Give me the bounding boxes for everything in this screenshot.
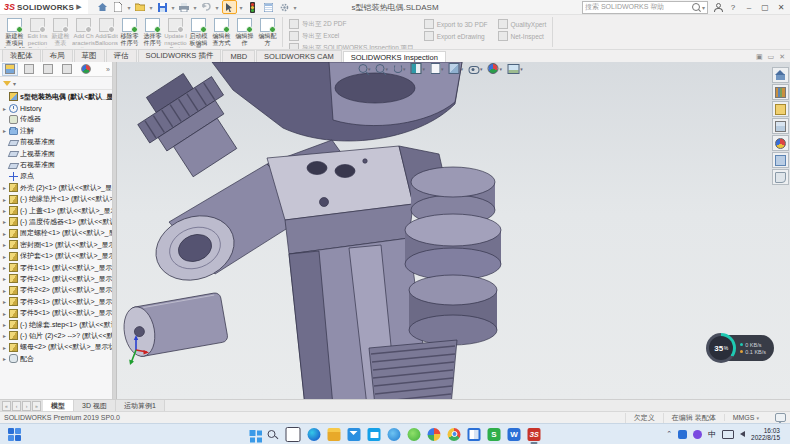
section-view-caret-icon[interactable]: ▾ xyxy=(423,66,426,72)
tab-草图[interactable]: 草图 xyxy=(74,49,105,62)
chrome-icon[interactable] xyxy=(448,428,461,441)
tree-item[interactable]: ▸零件2<1> (默认<<默认>_显示状态 xyxy=(2,273,112,284)
display-style-button[interactable]: ▾ xyxy=(449,63,464,74)
onedrive-tray-icon[interactable] xyxy=(678,430,687,439)
tree-item[interactable]: ▸螺母<2> (默认<<默认>_显示状态 xyxy=(2,342,112,353)
ime-indicator[interactable]: 中 xyxy=(708,429,716,440)
app-green-icon[interactable] xyxy=(408,428,421,441)
search-input[interactable]: 搜索 SOLIDWORKS 帮助 ▾ xyxy=(582,1,708,14)
expander-icon[interactable]: ▸ xyxy=(2,321,7,328)
tree-item[interactable]: 前视基准面 xyxy=(2,137,112,148)
undo-icon[interactable] xyxy=(200,1,213,13)
expander-icon[interactable]: ▸ xyxy=(2,241,7,248)
expander-icon[interactable]: ▸ xyxy=(2,184,7,191)
task-view-icon[interactable] xyxy=(286,427,301,442)
rebuild-traffic-light-icon[interactable] xyxy=(246,1,259,13)
select-cursor-icon[interactable] xyxy=(222,0,237,14)
home-icon[interactable] xyxy=(96,1,109,13)
widgets-icon[interactable] xyxy=(8,428,21,441)
expander-icon[interactable]: ▸ xyxy=(2,355,7,362)
previous-view-button[interactable]: ▾ xyxy=(393,64,406,73)
open-icon[interactable] xyxy=(134,1,147,13)
logo-flyout-icon[interactable]: ▶ xyxy=(76,3,81,11)
zoom-fit-caret-icon[interactable]: ▾ xyxy=(368,66,371,72)
annotations-button[interactable]: ▾ xyxy=(430,63,444,74)
search-icon[interactable] xyxy=(692,3,700,11)
scene-button[interactable]: ▾ xyxy=(507,63,523,74)
tab-display-manager[interactable] xyxy=(78,63,94,76)
section-view-button[interactable]: ▾ xyxy=(411,63,426,74)
tray-overflow-icon[interactable]: ⌃ xyxy=(666,430,672,438)
onedrive-icon[interactable] xyxy=(388,428,401,441)
options-gear-icon[interactable] xyxy=(278,1,291,13)
tab-last-icon[interactable]: » xyxy=(32,401,41,411)
tree-item[interactable]: ▸零件5<1> (默认<<默认>_显示状态 xyxy=(2,307,112,318)
taskpane-forum-button[interactable] xyxy=(772,169,789,185)
tab-评估[interactable]: 评估 xyxy=(106,49,137,62)
units-selector[interactable]: MMGS▾ xyxy=(724,414,767,421)
tree-item[interactable]: ▸(-) 上盖<1> (默认<<默认>_显示状 xyxy=(2,205,112,216)
tab-dimxpert[interactable] xyxy=(59,63,75,76)
expander-icon[interactable]: ▸ xyxy=(2,230,7,237)
tree-item[interactable]: ▸(-) 铂片 (2)<2> -->? (默认<<默认> xyxy=(2,330,112,341)
expander-icon[interactable]: ▸ xyxy=(2,196,7,203)
tab-next-icon[interactable]: › xyxy=(22,401,31,411)
tree-item[interactable]: ▸零件3<1> (默认<<默认>_显示状态 xyxy=(2,296,112,307)
minimize-button[interactable]: – xyxy=(744,3,754,12)
tab-first-icon[interactable]: « xyxy=(2,401,11,411)
tab-SOLIDWORKS CAM[interactable]: SOLIDWORKS CAM xyxy=(256,50,342,62)
tree-item[interactable]: ▸配合 xyxy=(2,353,112,364)
tree-item[interactable]: ▸零件2<2> (默认<<默认>_显示状态 xyxy=(2,285,112,296)
hide-show-items-button[interactable]: ▾ xyxy=(468,64,483,74)
expander-icon[interactable]: ▸ xyxy=(2,344,7,351)
app-wheel-icon[interactable] xyxy=(428,428,441,441)
tree-item[interactable]: 传感器 xyxy=(2,114,112,125)
appearances-caret-icon[interactable]: ▾ xyxy=(500,66,503,72)
wps-icon[interactable]: W xyxy=(508,428,521,441)
print-caret-icon[interactable]: ▾ xyxy=(194,4,197,11)
tree-item[interactable]: ▸固定螺栓<1> (默认<<默认>_显示状 xyxy=(2,228,112,239)
ribbon-button-6[interactable]: 选择零件序号 xyxy=(141,16,164,48)
expander-icon[interactable]: ▸ xyxy=(2,310,7,317)
search-icon[interactable] xyxy=(266,428,279,441)
solidworks-icon[interactable]: ЗS xyxy=(528,428,541,441)
file-properties-icon[interactable] xyxy=(262,1,275,13)
tree-item[interactable]: ▸(-) 绝缘套.step<1> (默认<<默认> xyxy=(2,319,112,330)
store-icon[interactable] xyxy=(368,428,381,441)
ribbon-button-9[interactable]: 编辑检查方式 xyxy=(210,16,233,48)
edge-icon[interactable] xyxy=(308,428,321,441)
expander-icon[interactable]: ▸ xyxy=(2,287,7,294)
tree-item[interactable]: ▸外壳 (2)<1> (默认<<默认>_显示状 xyxy=(2,182,112,193)
tree-item[interactable]: 上视基准面 xyxy=(2,148,112,159)
ribbon-button-0[interactable]: 新建检查项目 (amp;N) xyxy=(3,16,26,48)
taskpane-view-palette-button[interactable] xyxy=(772,118,789,134)
solidworks-logo[interactable]: 3S SOLIDWORKS ▶ xyxy=(0,0,88,14)
speed-widget[interactable]: 35% 0 KB/s 0.1 KB/s xyxy=(708,335,774,361)
tree-item[interactable]: ▸(-) 温度传感器<1> (默认<<默认>_显示 xyxy=(2,216,112,227)
tab-MBD[interactable]: MBD xyxy=(222,50,255,62)
save-icon[interactable] xyxy=(156,1,169,13)
annotations-caret-icon[interactable]: ▾ xyxy=(441,66,444,72)
taskpane-design-library-button[interactable] xyxy=(772,84,789,100)
doc-close-icon[interactable]: ✕ xyxy=(779,53,785,61)
ribbon-button-5[interactable]: 移除零件序号 xyxy=(118,16,141,48)
tab-property-manager[interactable] xyxy=(21,63,37,76)
ribbon-button-10[interactable]: 编辑操作 xyxy=(233,16,256,48)
expander-icon[interactable]: ▸ xyxy=(2,127,7,134)
tree-item[interactable]: ▸History xyxy=(2,102,112,113)
expander-icon[interactable]: ▸ xyxy=(2,253,7,260)
model-tab-2[interactable]: 运动算例1 xyxy=(116,400,165,411)
graphics-viewport[interactable]: ▾▾▾▾▾▾▾▾▾ xyxy=(117,62,790,399)
tree-item[interactable]: 右视基准面 xyxy=(2,159,112,170)
display-style-caret-icon[interactable]: ▾ xyxy=(461,66,464,72)
tree-filter[interactable]: ▾ xyxy=(0,77,112,90)
tree-item[interactable]: ▸零件1<1> (默认<<默认>_显示状态 xyxy=(2,262,112,273)
expander-icon[interactable]: ▸ xyxy=(2,332,7,339)
display-tray-icon[interactable] xyxy=(722,430,734,439)
ribbon-button-11[interactable]: 编辑配方 xyxy=(256,16,279,48)
comments-icon[interactable] xyxy=(775,413,786,422)
expander-icon[interactable]: ▸ xyxy=(2,218,7,225)
mail-icon[interactable] xyxy=(348,428,361,441)
tree-item[interactable]: ▸(-) 绝缘垫片<1> (默认<<默认>_显 xyxy=(2,194,112,205)
zoom-area-caret-icon[interactable]: ▾ xyxy=(386,66,389,72)
